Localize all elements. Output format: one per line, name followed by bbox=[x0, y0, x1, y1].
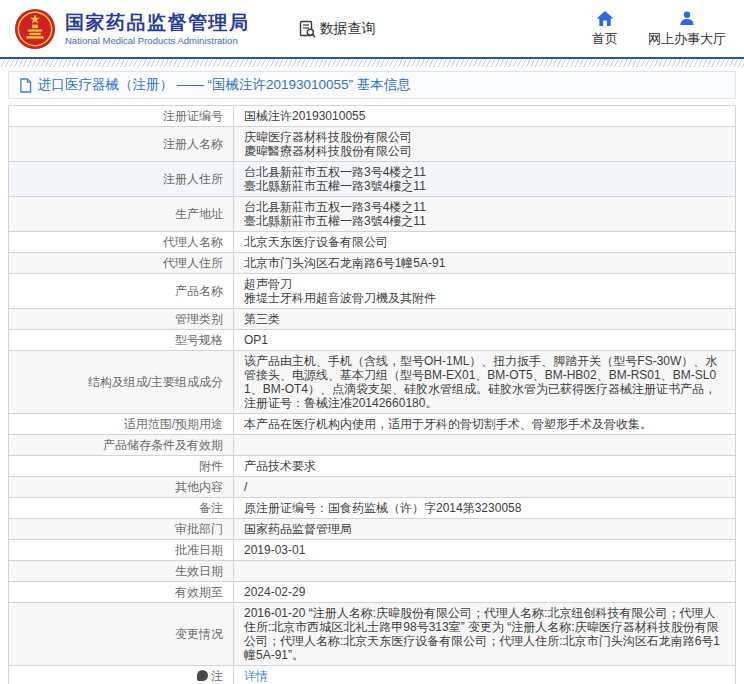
table-row: 注册人名称庆暐医疗器材科技股份有限公司 慶暐醫療器材科技股份有限公司 bbox=[9, 127, 736, 162]
row-label: 注 bbox=[9, 666, 234, 684]
hatch-pattern-strip bbox=[0, 59, 744, 67]
row-label: 附件 bbox=[9, 456, 234, 477]
table-row: 代理人名称北京天东医疗设备有限公司 bbox=[9, 232, 736, 253]
table-row: 生效日期 bbox=[9, 561, 736, 582]
table-row: 产品储存条件及有效期 bbox=[9, 435, 736, 456]
row-label: 注册人住所 bbox=[9, 162, 234, 197]
row-value: OP1 bbox=[234, 330, 736, 351]
row-label: 审批部门 bbox=[9, 519, 234, 540]
detail-link[interactable]: 详情 bbox=[244, 669, 268, 683]
org-titles: 国家药品监督管理局 National Medical Products Admi… bbox=[65, 12, 250, 46]
row-label: 适用范围/预期用途 bbox=[9, 414, 234, 435]
row-value bbox=[234, 435, 736, 456]
row-value: 北京天东医疗设备有限公司 bbox=[234, 232, 736, 253]
row-value bbox=[234, 561, 736, 582]
row-label: 管理类别 bbox=[9, 309, 234, 330]
table-row: 批准日期2019-03-01 bbox=[9, 540, 736, 561]
data-query-icon bbox=[298, 20, 316, 38]
row-value: 2016-01-20 “注册人名称:庆暐股份有限公司；代理人名称:北京纽创科技有… bbox=[234, 603, 736, 666]
row-value: 2024-02-29 bbox=[234, 582, 736, 603]
nav-home[interactable]: 首页 bbox=[592, 10, 618, 48]
info-table-body: 注册证编号国械注许20193010055注册人名称庆暐医疗器材科技股份有限公司 … bbox=[9, 106, 736, 684]
table-row: 生产地址台北县新莊市五权一路3号4楼之11 臺北縣新莊市五權一路3號4樓之11 bbox=[9, 197, 736, 232]
table-row: 代理人住所北京市门头沟区石龙南路6号1幢5A-91 bbox=[9, 253, 736, 274]
table-row: 管理类别第三类 bbox=[9, 309, 736, 330]
row-label: 代理人住所 bbox=[9, 253, 234, 274]
nav-home-label: 首页 bbox=[592, 30, 618, 48]
table-row: 审批部门国家药品监督管理局 bbox=[9, 519, 736, 540]
row-label: 变更情况 bbox=[9, 603, 234, 666]
page-icon bbox=[19, 78, 32, 93]
row-label: 型号规格 bbox=[9, 330, 234, 351]
row-value: 北京市门头沟区石龙南路6号1幢5A-91 bbox=[234, 253, 736, 274]
row-value: 该产品由主机、手机（含线，型号OH-1ML）、扭力扳手、脚踏开关（型号FS-30… bbox=[234, 351, 736, 414]
table-row: 有效期至2024-02-29 bbox=[9, 582, 736, 603]
table-row: 备注原注册证编号：国食药监械（许）字2014第3230058 bbox=[9, 498, 736, 519]
row-label: 其他内容 bbox=[9, 477, 234, 498]
org-name-en: National Medical Products Administration bbox=[65, 35, 250, 46]
row-label: 产品储存条件及有效期 bbox=[9, 435, 234, 456]
site-logo[interactable]: 国家药品监督管理局 National Medical Products Admi… bbox=[14, 8, 250, 50]
row-label: 批准日期 bbox=[9, 540, 234, 561]
row-label: 生产地址 bbox=[9, 197, 234, 232]
row-label: 备注 bbox=[9, 498, 234, 519]
row-value: / bbox=[234, 477, 736, 498]
person-icon bbox=[678, 10, 696, 27]
table-row: 型号规格OP1 bbox=[9, 330, 736, 351]
row-value: 本产品在医疗机构内使用，适用于牙科的骨切割手术、骨塑形手术及骨收集。 bbox=[234, 414, 736, 435]
table-row: 注册证编号国械注许20193010055 bbox=[9, 106, 736, 127]
data-query-label: 数据查询 bbox=[320, 20, 376, 38]
registration-info-table: 注册证编号国械注许20193010055注册人名称庆暐医疗器材科技股份有限公司 … bbox=[8, 105, 736, 684]
row-value: 第三类 bbox=[234, 309, 736, 330]
table-row: 结构及组成/主要组成成分该产品由主机、手机（含线，型号OH-1ML）、扭力扳手、… bbox=[9, 351, 736, 414]
table-row: 附件产品技术要求 bbox=[9, 456, 736, 477]
data-query-section[interactable]: 数据查询 bbox=[298, 20, 376, 38]
breadcrumb: 进口医疗器械（注册） —— “国械注许20193010055” 基本信息 bbox=[8, 71, 736, 99]
row-label: 有效期至 bbox=[9, 582, 234, 603]
row-label: 结构及组成/主要组成成分 bbox=[9, 351, 234, 414]
breadcrumb-title: 进口医疗器械（注册） —— “国械注许20193010055” 基本信息 bbox=[38, 76, 411, 94]
row-value: 2019-03-01 bbox=[234, 540, 736, 561]
row-label: 注册证编号 bbox=[9, 106, 234, 127]
row-label: 代理人名称 bbox=[9, 232, 234, 253]
national-emblem-icon bbox=[14, 8, 56, 50]
row-value: 庆暐医疗器材科技股份有限公司 慶暐醫療器材科技股份有限公司 bbox=[234, 127, 736, 162]
site-header: 国家药品监督管理局 National Medical Products Admi… bbox=[0, 0, 744, 57]
table-row: 产品名称超声骨刀 雅堤士牙科用超音波骨刀機及其附件 bbox=[9, 274, 736, 309]
row-label: 注册人名称 bbox=[9, 127, 234, 162]
row-value: 详情 bbox=[234, 666, 736, 684]
row-label: 生效日期 bbox=[9, 561, 234, 582]
table-row: 变更情况2016-01-20 “注册人名称:庆暐股份有限公司；代理人名称:北京纽… bbox=[9, 603, 736, 666]
nav-service-hall[interactable]: 网上办事大厅 bbox=[648, 10, 726, 48]
row-value: 台北县新莊市五权一路3号4楼之11 臺北縣新莊市五權一路3號4樓之11 bbox=[234, 162, 736, 197]
row-value: 产品技术要求 bbox=[234, 456, 736, 477]
row-label: 产品名称 bbox=[9, 274, 234, 309]
org-name-cn: 国家药品监督管理局 bbox=[65, 12, 250, 34]
table-row: 其他内容/ bbox=[9, 477, 736, 498]
row-value: 超声骨刀 雅堤士牙科用超音波骨刀機及其附件 bbox=[234, 274, 736, 309]
row-value: 台北县新莊市五权一路3号4楼之11 臺北縣新莊市五權一路3號4樓之11 bbox=[234, 197, 736, 232]
table-row: 适用范围/预期用途本产品在医疗机构内使用，适用于牙科的骨切割手术、骨塑形手术及骨… bbox=[9, 414, 736, 435]
row-value: 国家药品监督管理局 bbox=[234, 519, 736, 540]
table-row: 注详情 bbox=[9, 666, 736, 684]
table-row: 注册人住所台北县新莊市五权一路3号4楼之11 臺北縣新莊市五權一路3號4樓之11 bbox=[9, 162, 736, 197]
row-value: 国械注许20193010055 bbox=[234, 106, 736, 127]
home-icon bbox=[595, 10, 615, 27]
nav-service-hall-label: 网上办事大厅 bbox=[648, 30, 726, 48]
row-value: 原注册证编号：国食药监械（许）字2014第3230058 bbox=[234, 498, 736, 519]
top-nav: 首页 网上办事大厅 bbox=[592, 10, 730, 48]
note-icon bbox=[197, 670, 208, 681]
